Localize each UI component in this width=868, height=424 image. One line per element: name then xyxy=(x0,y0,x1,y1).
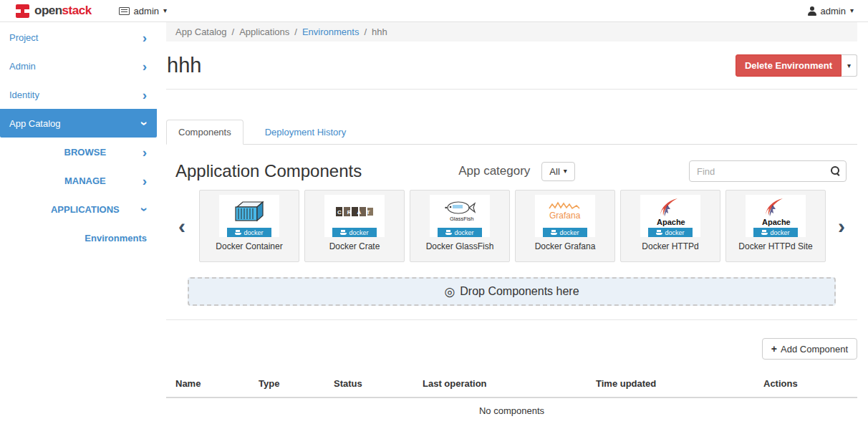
docker-badge-label: docker xyxy=(559,229,579,236)
docker-whale-icon xyxy=(235,230,241,235)
user-label: admin xyxy=(821,6,846,16)
docker-badge-label: docker xyxy=(770,229,789,236)
target-icon: ◎ xyxy=(444,284,455,299)
svg-text:Apache: Apache xyxy=(762,218,791,226)
breadcrumb-app-catalog: App Catalog xyxy=(175,26,227,37)
col-header-status: Status xyxy=(324,371,413,398)
breadcrumb-current: hhh xyxy=(372,26,387,37)
sidebar-item-label: Admin xyxy=(9,61,36,72)
breadcrumb-separator: / xyxy=(232,26,235,37)
docker-badge-label: docker xyxy=(243,229,263,236)
caret-down-icon: ▾ xyxy=(564,168,567,175)
sidebar-item-admin[interactable]: Admin › xyxy=(0,52,157,80)
component-card-label: Docker HTTPd Site xyxy=(726,241,825,251)
top-navbar: openstack admin ▾ admin ▾ xyxy=(0,0,868,22)
component-card-docker-httpd-site[interactable]: Apache docker Docker HTTPd Site xyxy=(725,190,826,262)
apache-feather-icon: Apache xyxy=(653,198,688,226)
app-category-dropdown[interactable]: All ▾ xyxy=(541,162,574,181)
page-header: hhh Delete Environment ▾ xyxy=(166,42,857,89)
title-divider xyxy=(166,89,857,90)
carousel-left-arrow[interactable]: ‹ xyxy=(170,216,193,237)
delete-environment-dropdown-toggle[interactable]: ▾ xyxy=(842,54,857,77)
dropzone-text: Drop Components here xyxy=(460,285,579,298)
glassfish-icon: GlassFish xyxy=(441,199,478,225)
components-toolbar: Application Components App category All … xyxy=(166,158,857,184)
drop-components-zone[interactable]: ◎ Drop Components here xyxy=(188,277,836,306)
carousel-right-arrow[interactable]: › xyxy=(830,216,853,237)
component-card-docker-glassfish[interactable]: GlassFish docker Docker GlassFish xyxy=(410,190,510,262)
chevron-right-icon: › xyxy=(143,88,147,102)
delete-environment-button[interactable]: Delete Environment xyxy=(736,54,842,77)
component-card-docker-grafana[interactable]: Grafana docker Docker Grafana xyxy=(515,190,615,262)
docker-badge-label: docker xyxy=(454,229,473,236)
brand-text: openstack xyxy=(34,4,92,18)
sidebar-item-label: Identity xyxy=(9,90,39,100)
svg-text:GlassFish: GlassFish xyxy=(450,216,473,222)
empty-table-row: No components xyxy=(166,398,857,424)
no-components-message: No components xyxy=(166,398,857,424)
grafana-icon: Grafana xyxy=(544,200,587,224)
app-category-label: App category xyxy=(458,164,530,178)
tab-deployment-history[interactable]: Deployment History xyxy=(254,120,357,144)
docker-badge: docker xyxy=(648,228,693,237)
add-component-label: Add Component xyxy=(781,344,848,355)
tab-components[interactable]: Components xyxy=(166,120,243,145)
sidebar-item-browse[interactable]: BROWSE › xyxy=(0,138,157,166)
user-icon xyxy=(808,6,816,16)
add-component-button[interactable]: + Add Component xyxy=(762,338,857,360)
component-card-label: Docker Grafana xyxy=(516,241,614,251)
crate-icon: CRATE xyxy=(334,205,375,219)
plus-icon: + xyxy=(771,343,777,355)
main-content: App Catalog / Applications / Environment… xyxy=(166,22,857,424)
apache-logo: Apache docker xyxy=(640,195,700,237)
context-label: admin xyxy=(134,6,159,16)
project-context-switcher[interactable]: admin ▾ xyxy=(119,6,167,16)
chevron-right-icon: › xyxy=(143,174,147,188)
docker-badge: docker xyxy=(438,228,482,237)
search-icon[interactable] xyxy=(831,166,840,175)
sidebar-item-identity[interactable]: Identity › xyxy=(0,80,157,109)
component-cards: docker Docker Container CRATE xyxy=(193,190,830,262)
components-table: Name Type Status Last operation Time upd… xyxy=(166,371,857,424)
delete-environment-split-button: Delete Environment ▾ xyxy=(736,54,857,77)
caret-down-icon: ▾ xyxy=(163,7,167,14)
apache-logo: Apache docker xyxy=(746,195,806,237)
sidebar-item-label: Project xyxy=(9,32,38,43)
docker-badge: docker xyxy=(227,228,271,237)
openstack-logo[interactable]: openstack xyxy=(16,4,92,18)
docker-badge-label: docker xyxy=(349,229,368,236)
sidebar-item-label: BROWSE xyxy=(9,147,143,158)
crate-logo: CRATE docker xyxy=(324,195,385,237)
docker-badge: docker xyxy=(543,228,587,237)
docker-whale-icon xyxy=(656,230,662,235)
col-header-name: Name xyxy=(166,371,249,398)
sidebar-item-app-catalog[interactable]: App Catalog › xyxy=(0,109,157,138)
section-divider xyxy=(166,319,857,320)
app-category-value: All xyxy=(549,166,559,177)
glassfish-logo: GlassFish docker xyxy=(430,195,490,237)
docker-whale-icon xyxy=(551,230,557,235)
docker-whale-icon xyxy=(340,230,347,235)
sidebar-item-applications[interactable]: APPLICATIONS › xyxy=(0,195,157,223)
chevron-right-icon: › xyxy=(143,59,147,73)
sidebar-item-label: Environments xyxy=(85,233,147,244)
sidebar-item-environments[interactable]: Environments xyxy=(0,223,157,252)
breadcrumb-environments-link[interactable]: Environments xyxy=(302,26,359,37)
component-card-docker-container[interactable]: docker Docker Container xyxy=(199,190,299,262)
sidebar-item-project[interactable]: Project › xyxy=(0,23,157,52)
chevron-down-icon: › xyxy=(138,121,151,125)
table-header-row: Name Type Status Last operation Time upd… xyxy=(166,371,857,398)
user-menu[interactable]: admin ▾ xyxy=(808,6,854,16)
breadcrumb-separator: / xyxy=(364,26,367,37)
sidebar-item-manage[interactable]: MANAGE › xyxy=(0,166,157,195)
breadcrumb-separator: / xyxy=(294,26,297,37)
component-card-docker-httpd[interactable]: Apache docker Docker HTTPd xyxy=(620,190,720,262)
caret-down-icon: ▾ xyxy=(847,62,851,69)
docker-whale-icon xyxy=(761,230,768,235)
svg-text:CRATE: CRATE xyxy=(337,209,375,216)
find-input[interactable] xyxy=(689,160,847,182)
grafana-logo: Grafana docker xyxy=(535,195,595,237)
col-header-type: Type xyxy=(249,371,324,398)
docker-whale-icon xyxy=(445,230,452,235)
component-card-docker-crate[interactable]: CRATE docker Docker Crate xyxy=(304,190,405,262)
